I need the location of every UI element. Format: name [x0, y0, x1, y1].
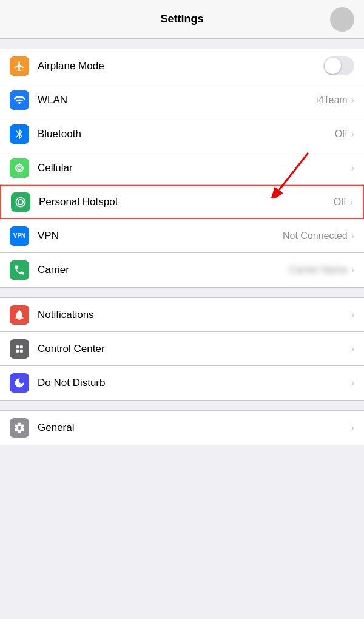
do-not-disturb-chevron: ›	[351, 377, 354, 388]
wlan-icon	[10, 90, 29, 110]
control-center-row[interactable]: Control Center ›	[0, 332, 364, 366]
svg-point-0	[16, 164, 23, 172]
control-center-label: Control Center	[38, 343, 350, 355]
airplane-mode-toggle-area[interactable]	[323, 56, 354, 75]
header-title: Settings	[160, 13, 203, 25]
cellular-chevron: ›	[351, 163, 354, 174]
carrier-row[interactable]: Carrier Carrier Name ›	[0, 253, 364, 287]
cellular-row[interactable]: Cellular ›	[0, 151, 364, 185]
hotspot-label: Personal Hotspot	[39, 196, 334, 208]
section-general: General ›	[0, 410, 364, 445]
carrier-value: Carrier Name	[289, 265, 348, 276]
control-center-right: ›	[350, 343, 354, 354]
general-row[interactable]: General ›	[0, 411, 364, 445]
svg-rect-6	[20, 345, 23, 348]
svg-rect-5	[16, 345, 19, 348]
general-icon	[10, 418, 29, 438]
hotspot-right: Off ›	[334, 197, 353, 208]
carrier-chevron: ›	[351, 265, 354, 276]
wlan-row[interactable]: WLAN i4Team ›	[0, 83, 364, 117]
bluetooth-icon	[10, 124, 29, 144]
general-label: General	[38, 422, 350, 434]
hotspot-chevron: ›	[350, 197, 353, 208]
airplane-mode-icon	[10, 56, 29, 76]
bluetooth-label: Bluetooth	[38, 128, 335, 140]
carrier-icon	[10, 260, 29, 280]
airplane-mode-label: Airplane Mode	[38, 60, 323, 72]
hotspot-value: Off	[334, 197, 346, 208]
general-list: General ›	[0, 410, 364, 445]
toggle-knob	[325, 58, 341, 74]
vpn-row[interactable]: VPN VPN Not Connected ›	[0, 219, 364, 253]
notifications-label: Notifications	[38, 309, 350, 321]
cellular-icon	[10, 158, 29, 178]
section-system: Notifications › Control Center ›	[0, 297, 364, 401]
carrier-right: Carrier Name ›	[289, 265, 354, 276]
do-not-disturb-row[interactable]: Do Not Disturb ›	[0, 366, 364, 400]
control-center-icon	[10, 339, 29, 359]
cellular-label: Cellular	[38, 162, 350, 174]
vpn-label: VPN	[38, 230, 283, 242]
notifications-icon	[10, 305, 29, 325]
svg-rect-7	[16, 349, 19, 352]
wlan-chevron: ›	[351, 95, 354, 106]
svg-rect-8	[20, 349, 23, 352]
personal-hotspot-row[interactable]: Personal Hotspot Off ›	[0, 185, 364, 219]
wlan-right: i4Team ›	[316, 95, 354, 106]
airplane-mode-row[interactable]: Airplane Mode	[0, 49, 364, 83]
bluetooth-right: Off ›	[335, 129, 354, 140]
vpn-value: Not Connected	[283, 231, 348, 242]
bluetooth-value: Off	[335, 129, 348, 140]
general-right: ›	[350, 422, 354, 433]
cellular-right: ›	[350, 163, 354, 174]
carrier-label: Carrier	[38, 264, 289, 276]
svg-point-1	[18, 166, 21, 170]
airplane-mode-toggle[interactable]	[323, 56, 354, 75]
do-not-disturb-icon	[10, 373, 29, 393]
notifications-chevron: ›	[351, 310, 354, 320]
wlan-label: WLAN	[38, 94, 316, 106]
connectivity-list: Airplane Mode WLAN i4Team › Bluetooth	[0, 49, 364, 288]
do-not-disturb-label: Do Not Disturb	[38, 377, 350, 389]
section-connectivity: Airplane Mode WLAN i4Team › Bluetooth	[0, 49, 364, 288]
general-chevron: ›	[351, 422, 354, 433]
avatar	[330, 7, 354, 32]
hotspot-icon	[11, 192, 30, 212]
bluetooth-chevron: ›	[351, 129, 354, 140]
notifications-row[interactable]: Notifications ›	[0, 298, 364, 332]
header: Settings	[0, 0, 364, 39]
wlan-value: i4Team	[316, 95, 348, 106]
bluetooth-row[interactable]: Bluetooth Off ›	[0, 117, 364, 151]
control-center-chevron: ›	[351, 343, 354, 354]
system-list: Notifications › Control Center ›	[0, 297, 364, 401]
vpn-right: Not Connected ›	[283, 231, 354, 242]
notifications-right: ›	[350, 310, 354, 320]
do-not-disturb-right: ›	[350, 377, 354, 388]
vpn-icon: VPN	[10, 226, 29, 246]
vpn-chevron: ›	[351, 231, 354, 242]
